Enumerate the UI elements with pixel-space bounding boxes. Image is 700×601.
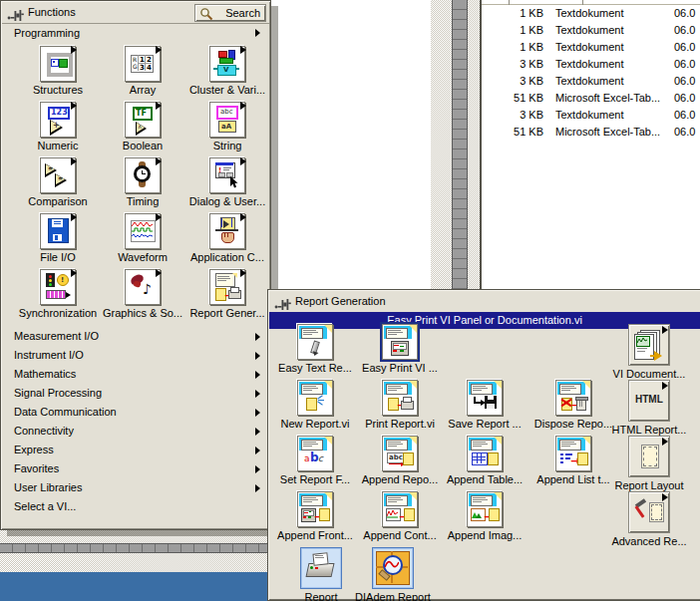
report-item-htmlreport[interactable]: HTMLHTML Report... (607, 380, 691, 436)
subpalette-arrow-icon (240, 213, 246, 221)
file-size: 3 KB (482, 75, 543, 87)
subpalette-arrow-icon (71, 157, 77, 165)
menu-item-label: Express (14, 444, 54, 455)
report-item-advanced[interactable]: Advanced Re... (607, 491, 691, 547)
report-item-diadem[interactable]: DIAdem Report (351, 547, 435, 601)
chevron-right-icon (255, 409, 260, 417)
vertical-scrollbar[interactable] (452, 0, 468, 289)
report-palette-header[interactable]: Report Generation (269, 291, 700, 313)
menu-item-measurement-i-o[interactable]: Measurement I/O (2, 327, 269, 346)
file-row[interactable]: 3 KBTextdokument06.0 (482, 107, 700, 124)
report-item-easyprint[interactable]: Easy Print VI ... (358, 324, 442, 374)
fileio-icon (40, 213, 76, 249)
array-icon: RG1234 (125, 46, 161, 82)
easyprint-icon (382, 324, 418, 360)
palette-item-label: Advanced Re... (587, 535, 700, 547)
graphics-icon: ♪ (125, 269, 161, 305)
file-type: Textdokument (555, 7, 623, 19)
palette-item-stringicon[interactable]: abcaAString (185, 102, 269, 151)
menu-item-mathematics[interactable]: Mathematics (2, 365, 269, 384)
category-label: Programming (14, 27, 80, 39)
file-row[interactable]: 1 KBTextdokument06.0 (482, 22, 700, 39)
menu-item-select-a-vi[interactable]: Select a VI... (2, 497, 269, 516)
menu-item-signal-processing[interactable]: Signal Processing (2, 384, 269, 403)
subpalette-arrow-icon (156, 46, 162, 54)
category-row-programming[interactable]: Programming (2, 24, 269, 42)
file-row[interactable]: 1 KBTextdokument06.0 (482, 5, 700, 22)
report-item-dispose[interactable]: →Dispose Repo... (531, 380, 615, 430)
layout-icon (628, 436, 670, 477)
file-size: 1 KB (482, 41, 543, 53)
search-icon (199, 7, 213, 21)
file-row[interactable]: 51 KBMicrosoft Excel-Tab...06.0 (482, 124, 700, 141)
search-button[interactable]: Search (194, 4, 266, 22)
menu-item-label: Connectivity (14, 425, 74, 437)
horizontal-scrollbar[interactable] (0, 543, 267, 553)
file-date: 06.0 (674, 109, 700, 121)
menu-item-user-libraries[interactable]: User Libraries (2, 478, 269, 497)
subpalette-arrow-icon (156, 157, 162, 165)
palette-item-cluster[interactable]: VCluster & Vari... (185, 46, 269, 96)
file-type: Textdokument (555, 41, 623, 53)
chevron-right-icon (255, 333, 260, 341)
menu-item-express[interactable]: Express (2, 441, 269, 459)
dispose-icon: → (555, 380, 591, 416)
menu-item-label: Instrument I/O (14, 349, 84, 361)
printreport-icon: → (382, 380, 418, 416)
appendcontrol-icon: → (382, 491, 418, 527)
pin-icon[interactable] (7, 7, 25, 25)
file-date: 06.0 (674, 58, 700, 70)
menu-item-favorites[interactable]: Favorites (2, 459, 269, 478)
palette-item-appcontrol[interactable]: Application C... (185, 213, 269, 263)
palette-item-label: DIAdem Report (331, 591, 455, 601)
palette-item-reportgen[interactable]: →Report Gener... (185, 269, 269, 319)
timing-icon (125, 157, 161, 193)
subpalette-arrow-icon (240, 102, 246, 110)
file-size: 51 KB (482, 92, 543, 104)
waveform-icon (125, 213, 161, 249)
subpalette-arrow-icon (662, 382, 668, 390)
dialog-icon: ! (209, 157, 245, 193)
palette-item-label: Append Imag... (423, 529, 546, 541)
file-date: 06.0 (674, 7, 700, 19)
search-button-label: Search (225, 7, 260, 19)
advanced-icon (628, 491, 670, 533)
subpalette-arrow-icon (71, 102, 77, 110)
file-row[interactable]: 3 KBTextdokument06.0 (482, 56, 700, 73)
chevron-right-icon (255, 447, 260, 454)
menu-item-connectivity[interactable]: Connectivity (2, 422, 269, 441)
file-size: 3 KB (482, 58, 543, 70)
functions-palette: Functions Search Programming StructuresR… (0, 0, 271, 530)
appendtable-icon (467, 436, 503, 471)
menu-item-instrument-i-o[interactable]: Instrument I/O (2, 346, 269, 365)
report-item-vidoc[interactable]: VI Document... (607, 324, 691, 380)
menu-item-label: Favorites (14, 462, 59, 474)
appendlist-icon: → (555, 436, 591, 471)
subpalette-arrow-icon (662, 326, 668, 334)
vidoc-icon (628, 324, 670, 366)
report-item-layout[interactable]: Report Layout (607, 436, 691, 491)
reportgen-icon: → (209, 269, 245, 305)
chevron-right-icon (255, 29, 260, 37)
menu-item-data-communication[interactable]: Data Communication (2, 403, 269, 422)
menu-item-label: Data Communication (14, 406, 117, 418)
file-row[interactable]: 3 KBTextdokument06.0 (482, 73, 700, 90)
report-item-appendimage[interactable]: →Append Imag... (443, 491, 526, 541)
file-date: 06.0 (674, 126, 700, 138)
palette-item-dialog[interactable]: !Dialog & User... (185, 157, 269, 207)
htmlreport-icon: HTML (628, 380, 670, 422)
subpalette-arrow-icon (240, 46, 246, 54)
subpalette-arrow-icon (71, 269, 77, 277)
cluster-icon: V (209, 46, 245, 82)
file-row[interactable]: 1 KBTextdokument06.0 (482, 39, 700, 56)
chevron-right-icon (255, 390, 260, 398)
desktop-background (0, 572, 267, 601)
appendtext-icon: abc (382, 436, 418, 471)
functions-palette-header[interactable]: Functions Search (2, 2, 269, 24)
sync-icon: ! (40, 269, 76, 305)
stringicon-icon: abcaA (209, 102, 245, 138)
file-row[interactable]: 51 KBMicrosoft Excel-Tab...06.0 (482, 90, 700, 107)
palette-item-label: Easy Print VI ... (338, 362, 462, 374)
palette-item-label: Report Layout (587, 479, 700, 491)
report-item-appendlist[interactable]: →Append List t... (531, 436, 615, 485)
